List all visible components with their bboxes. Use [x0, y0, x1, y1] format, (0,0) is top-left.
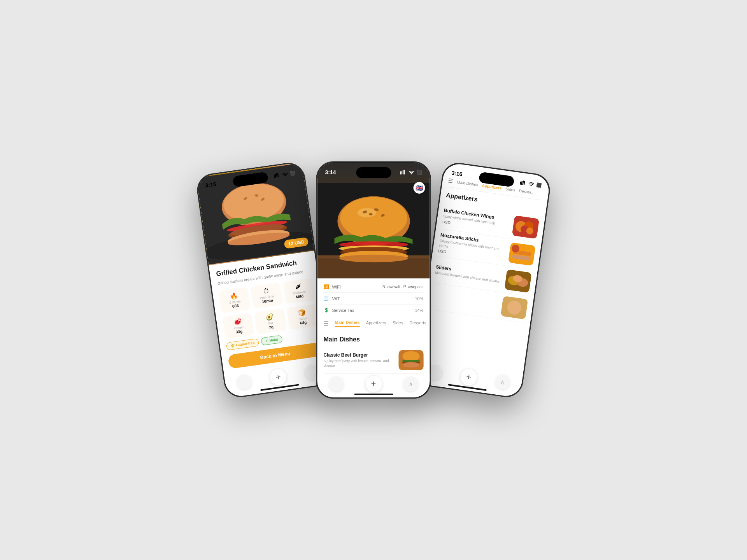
wifi-label: WiFi: [332, 285, 341, 289]
menu-icon-center[interactable]: ☰: [324, 320, 329, 327]
svg-rect-2: [276, 173, 278, 177]
svg-rect-42: [521, 181, 523, 185]
partial-name: [432, 296, 498, 305]
fat-stat: 🥑 Fat 7g: [254, 308, 287, 334]
phone-center: 3:14 ⬛: [316, 161, 431, 399]
sliders-info: Sliders Mini beef burgers with cheese an…: [435, 264, 503, 284]
menu-item-classic-burger[interactable]: Classic Beef Burger A juicy beef patty w…: [324, 347, 424, 374]
svg-rect-16: [400, 172, 401, 175]
time-left: 3:15: [205, 181, 217, 189]
svg-point-37: [403, 351, 420, 361]
menu-item-name: Classic Beef Burger: [324, 352, 395, 358]
tab-main-dishes-center[interactable]: Main Dishes: [335, 320, 360, 327]
svg-point-35: [339, 255, 408, 262]
tab-appetizers-center[interactable]: Appetizers: [366, 320, 386, 327]
partial-info: [432, 296, 498, 306]
menu-item-desc: A juicy beef patty with lettuce, tomato,…: [324, 359, 395, 368]
svg-rect-0: [274, 175, 275, 178]
prep-stat: ⏱ Prep Time 16min: [251, 283, 283, 309]
svg-rect-44: [524, 181, 525, 185]
nav-btn-center-1[interactable]: [329, 376, 344, 391]
phone-right: 3:16 ⬛ ☰ Main Dishes Appetizers Sides De…: [413, 161, 552, 399]
svg-rect-3: [277, 173, 279, 177]
phone-left-inner: 3:15 ⬛: [196, 162, 333, 398]
service-tax-label: Service Tax: [332, 308, 354, 313]
center-hero-svg: [317, 182, 430, 279]
wifi-icon: 📶: [324, 284, 329, 289]
vat-left: 🧾 VAT: [324, 296, 340, 301]
gluten-free-tag: 🌾 Gluten-free: [226, 338, 259, 350]
service-tax-value: 14%: [415, 308, 423, 313]
wifi-pass: P: awepass: [403, 285, 424, 289]
nav-btn-left-1[interactable]: [236, 373, 253, 390]
nav-btn-center-plus[interactable]: +: [365, 375, 382, 392]
svg-rect-41: [520, 182, 521, 185]
calories-stat: 🔥 Calories 603: [219, 287, 251, 313]
svg-rect-19: [404, 170, 405, 174]
menu-item-image-burger: [399, 350, 424, 370]
wings-info: Buffalo Chicken Wings Spicy wings served…: [442, 207, 510, 233]
tab-sides-center[interactable]: Sides: [393, 320, 403, 327]
svg-rect-18: [403, 170, 403, 174]
phone-left: 3:15 ⬛: [195, 161, 334, 399]
time-right: 3:16: [451, 170, 463, 177]
flag-icon: 🇬🇧: [416, 184, 423, 192]
time-center: 3:14: [325, 169, 336, 175]
svg-rect-43: [522, 180, 524, 185]
service-tax-left: 💲 Service Tax: [324, 308, 354, 313]
nav-btn-right-chevron[interactable]: ∧: [494, 373, 511, 390]
wifi-network: N: awewifi: [382, 285, 400, 289]
halal-tag: ✓ Halal: [261, 335, 283, 345]
phone-center-inner: 3:14 ⬛: [317, 163, 430, 397]
svg-point-40: [403, 362, 420, 368]
nav-btn-left-plus[interactable]: +: [268, 368, 288, 387]
language-badge[interactable]: 🇬🇧: [414, 182, 425, 194]
vat-icon: 🧾: [324, 296, 329, 301]
phone-right-inner: 3:16 ⬛ ☰ Main Dishes Appetizers Sides De…: [414, 162, 551, 398]
status-icons-right: ⬛: [520, 180, 542, 188]
service-tax-icon: 💲: [324, 308, 329, 313]
svg-rect-38: [403, 360, 420, 362]
nav-btn-right-plus[interactable]: +: [459, 368, 479, 387]
nav-btn-center-chevron[interactable]: ∧: [403, 376, 418, 391]
vat-value: 10%: [415, 296, 423, 301]
service-tax-row: 💲 Service Tax 14%: [324, 304, 424, 316]
partial-image: [501, 296, 528, 319]
status-icons-center: ⬛: [400, 170, 422, 175]
spice-stat: 🌶 Spiciness Mild: [283, 278, 315, 304]
status-icons-left: ⬛: [274, 170, 296, 178]
carb-stat: 🍞 Carbs 64g: [286, 304, 319, 330]
wifi-row: 📶 WiFi N: awewifi P: awepass: [324, 281, 424, 293]
svg-point-24: [340, 197, 407, 239]
mozz-image: [508, 242, 536, 266]
wifi-creds: N: awewifi P: awepass: [382, 285, 424, 289]
vat-row: 🧾 VAT 10%: [324, 293, 424, 304]
sliders-image: [504, 270, 532, 293]
protein-stat: 🥩 Protein 33g: [222, 313, 254, 339]
menu-nav-tabs-center: ☰ Main Dishes Appetizers Sides Desserts: [324, 316, 424, 331]
wings-image: [512, 215, 540, 239]
scene: 3:15 ⬛: [198, 124, 549, 436]
tab-desserts-center[interactable]: Desserts: [409, 320, 426, 327]
svg-point-25: [357, 208, 376, 217]
section-title-center: Main Dishes: [324, 336, 424, 343]
wifi-left: 📶 WiFi: [324, 284, 341, 289]
svg-rect-1: [275, 174, 277, 178]
vat-label: VAT: [332, 296, 340, 301]
menu-item-info: Classic Beef Burger A juicy beef patty w…: [324, 352, 395, 368]
svg-rect-17: [402, 171, 402, 175]
home-indicator-center: [354, 394, 393, 395]
dynamic-island-center: [356, 167, 391, 178]
